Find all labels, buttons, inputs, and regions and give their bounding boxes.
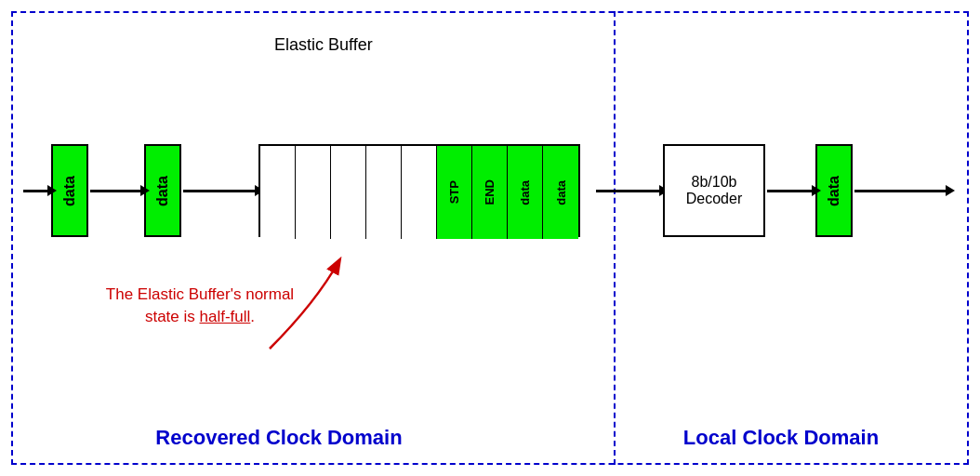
arrow-buffer-decoder	[596, 190, 661, 192]
output-data-label: data	[826, 176, 842, 206]
elastic-buffer-label: Elastic Buffer	[274, 35, 373, 55]
annotation-text: The Elastic Buffer's normalstate is half…	[88, 284, 311, 328]
data-box-2: data	[144, 144, 181, 237]
arrow-1-2	[90, 190, 142, 192]
arrow-2-buffer	[183, 190, 257, 192]
annotation-line1: The Elastic Buffer's normalstate is half…	[106, 285, 294, 325]
arrow-decoder-output	[767, 190, 814, 192]
buffer-cell-data-1: data	[508, 146, 543, 239]
buffer-cell-end: END	[472, 146, 508, 239]
elastic-buffer: STP END data data	[258, 144, 580, 237]
data-box-2-label: data	[154, 176, 171, 206]
decoder-label: 8b/10bDecoder	[686, 174, 742, 207]
arrow-in-1	[23, 190, 49, 192]
buffer-cell-stp: STP	[437, 146, 472, 239]
buffer-cell-empty-1	[260, 146, 296, 239]
buffer-cell-stp-label: STP	[447, 180, 461, 204]
output-data-box: data	[815, 144, 853, 237]
buffer-cell-empty-2	[296, 146, 331, 239]
buffer-cell-data-1-label: data	[518, 180, 532, 205]
buffer-cell-empty-5	[402, 146, 437, 239]
annotation-half-full: half-full	[200, 308, 251, 325]
buffer-cell-empty-3	[331, 146, 366, 239]
data-box-1-label: data	[61, 176, 78, 206]
buffer-cell-empty-4	[366, 146, 402, 239]
decoder-box: 8b/10bDecoder	[663, 144, 765, 237]
clock-domain-divider	[614, 11, 616, 465]
local-clock-domain-label: Local Clock Domain	[623, 426, 939, 450]
arrow-out	[854, 190, 947, 192]
buffer-cell-end-label: END	[483, 179, 497, 205]
buffer-cell-data-2: data	[543, 146, 578, 239]
recovered-clock-domain-label: Recovered Clock Domain	[46, 426, 511, 450]
buffer-cell-data-2-label: data	[554, 180, 568, 205]
data-box-1: data	[51, 144, 88, 237]
